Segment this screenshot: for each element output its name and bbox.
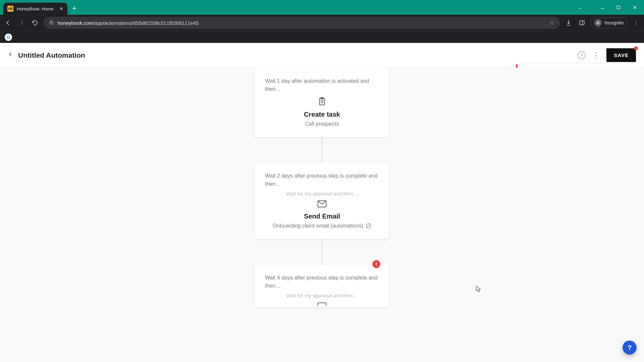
step-approval-text: Wait for my approval and then… bbox=[265, 293, 379, 298]
prohibit-icon bbox=[366, 223, 371, 229]
svg-point-6 bbox=[598, 23, 600, 24]
url-text: honeybook.com/app/automations/655d82338c… bbox=[58, 20, 199, 26]
browser-toolbar: honeybook.com/app/automations/655d82338c… bbox=[0, 15, 644, 31]
browser-titlebar: HB HoneyBook: Home ✕ + ⌄ ✕ bbox=[0, 0, 644, 15]
svg-rect-2 bbox=[50, 22, 53, 24]
maximize-window-icon[interactable] bbox=[611, 1, 626, 13]
minimize-window-icon[interactable] bbox=[595, 1, 610, 13]
step-approval-text: Wait for my approval and then… bbox=[265, 191, 379, 196]
mouse-cursor-icon bbox=[476, 286, 481, 293]
bookmark-star-icon[interactable]: ☆ bbox=[549, 19, 554, 26]
svg-rect-3 bbox=[580, 21, 584, 25]
incognito-icon bbox=[594, 19, 602, 26]
app-header: Untitled Automation ? ⋮ SAVE bbox=[0, 43, 644, 68]
step-subtitle: Call prospects bbox=[265, 121, 379, 127]
back-button[interactable] bbox=[8, 51, 13, 60]
mail-icon bbox=[265, 200, 379, 208]
browser-tab[interactable]: HB HoneyBook: Home ✕ bbox=[3, 3, 67, 15]
automation-step-card[interactable]: Wait 1 day after automation is activated… bbox=[255, 68, 389, 137]
connector-line bbox=[322, 137, 322, 163]
back-icon[interactable] bbox=[3, 18, 13, 27]
save-button[interactable]: SAVE bbox=[606, 48, 636, 62]
reload-icon[interactable] bbox=[30, 18, 40, 27]
step-wait-text: Wait 1 day after automation is activated… bbox=[265, 77, 379, 93]
automation-canvas[interactable]: Wait 1 day after automation is activated… bbox=[0, 68, 644, 362]
help-icon[interactable]: ? bbox=[578, 51, 586, 59]
incognito-label: Incognito bbox=[604, 20, 624, 25]
tab-search-icon[interactable]: ⌄ bbox=[572, 1, 587, 13]
incognito-chip[interactable]: Incognito bbox=[591, 17, 627, 28]
step-subtitle: Onboarding client email (automations) bbox=[265, 223, 379, 229]
svg-point-5 bbox=[597, 23, 598, 24]
unsaved-indicator-icon bbox=[634, 46, 638, 50]
mail-icon bbox=[265, 302, 379, 306]
favicon: HB bbox=[7, 6, 13, 12]
google-logo-icon: G bbox=[7, 35, 10, 40]
help-fab[interactable]: ? bbox=[623, 341, 637, 355]
browser-menu-icon[interactable]: ⋮ bbox=[631, 18, 641, 27]
address-bar[interactable]: honeybook.com/app/automations/655d82338c… bbox=[44, 17, 560, 29]
page-title: Untitled Automation bbox=[18, 51, 85, 59]
bookmarks-bar: G bbox=[0, 31, 644, 43]
step-wait-text: Wait 4 days after previous step is compl… bbox=[265, 274, 379, 290]
step-title: Send Email bbox=[265, 213, 379, 220]
step-wait-text: Wait 2 days after previous step is compl… bbox=[265, 172, 379, 188]
lock-icon bbox=[49, 20, 54, 26]
close-window-icon[interactable]: ✕ bbox=[627, 1, 642, 13]
downloads-icon[interactable] bbox=[564, 18, 573, 27]
clipboard-icon bbox=[265, 97, 379, 107]
error-badge-icon: ! bbox=[372, 260, 380, 268]
forward-icon[interactable] bbox=[17, 18, 26, 27]
new-tab-button[interactable]: + bbox=[72, 4, 76, 13]
google-bookmark[interactable]: G bbox=[5, 34, 12, 41]
svg-rect-1 bbox=[617, 6, 620, 9]
svg-rect-15 bbox=[318, 303, 326, 306]
window-controls: ⌄ ✕ bbox=[572, 0, 644, 15]
tab-title: HoneyBook: Home bbox=[17, 6, 53, 11]
side-panel-icon[interactable] bbox=[577, 18, 587, 27]
automation-step-card[interactable]: ! Wait 4 days after previous step is com… bbox=[255, 264, 389, 307]
close-tab-icon[interactable]: ✕ bbox=[59, 6, 63, 11]
connector-line bbox=[322, 239, 322, 264]
automation-step-card[interactable]: Wait 2 days after previous step is compl… bbox=[255, 163, 389, 239]
more-options-icon[interactable]: ⋮ bbox=[592, 51, 600, 60]
step-title: Create task bbox=[265, 111, 379, 118]
